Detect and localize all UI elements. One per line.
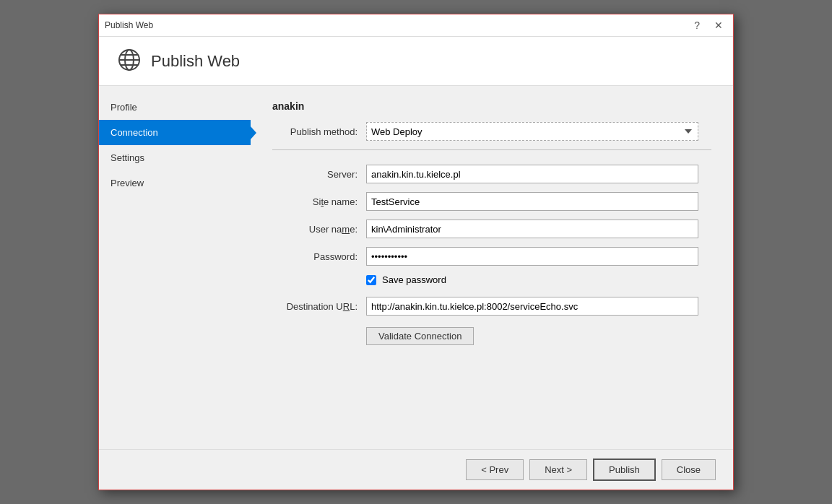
- site-name-input[interactable]: [366, 192, 698, 211]
- destination-url-row: Destination URL:: [272, 297, 711, 316]
- sidebar-label-settings: Settings: [110, 152, 144, 163]
- sidebar: Profile Connection Settings Preview: [99, 86, 251, 449]
- publish-method-row: Publish method: Web Deploy Web Deploy Pa…: [272, 122, 711, 141]
- dialog-header: Publish Web: [99, 37, 733, 86]
- sidebar-item-settings[interactable]: Settings: [99, 145, 251, 170]
- next-button[interactable]: Next >: [529, 459, 587, 480]
- password-row: Password:: [272, 247, 711, 266]
- sidebar-item-preview[interactable]: Preview: [99, 170, 251, 196]
- prev-button[interactable]: < Prev: [466, 459, 524, 480]
- server-row: Server:: [272, 165, 711, 183]
- server-input[interactable]: [366, 165, 698, 183]
- user-name-input[interactable]: [366, 220, 698, 238]
- publish-method-label: Publish method:: [272, 126, 366, 137]
- validate-connection-button[interactable]: Validate Connection: [366, 327, 474, 345]
- publish-web-dialog: Publish Web ? ✕ Publish Web Profile Co: [98, 14, 734, 490]
- server-label: Server:: [272, 169, 366, 180]
- destination-url-input[interactable]: [366, 297, 698, 316]
- sidebar-item-profile[interactable]: Profile: [99, 95, 251, 120]
- globe-icon: [116, 47, 142, 75]
- help-button[interactable]: ?: [690, 19, 704, 32]
- save-password-row: Save password: [272, 274, 711, 285]
- sidebar-label-connection: Connection: [110, 127, 158, 138]
- save-password-checkbox[interactable]: [366, 275, 376, 285]
- sidebar-item-connection[interactable]: Connection: [99, 120, 251, 145]
- sidebar-label-profile: Profile: [110, 102, 137, 113]
- header-title: Publish Web: [151, 52, 240, 71]
- password-label: Password:: [272, 251, 366, 262]
- site-name-row: Site name:: [272, 192, 711, 211]
- close-button-footer[interactable]: Close: [662, 459, 716, 480]
- validate-section: Validate Connection: [272, 327, 711, 345]
- user-name-label: User name:: [272, 224, 366, 235]
- site-name-label: Site name:: [272, 196, 366, 207]
- user-name-row: User name:: [272, 220, 711, 238]
- destination-url-label: Destination URL:: [272, 301, 366, 312]
- main-content: anakin Publish method: Web Deploy Web De…: [251, 86, 733, 449]
- dialog-footer: < Prev Next > Publish Close: [99, 449, 733, 490]
- password-input[interactable]: [366, 247, 698, 266]
- sidebar-label-preview: Preview: [110, 178, 144, 188]
- divider: [272, 149, 711, 150]
- dialog-title: Publish Web: [105, 20, 153, 30]
- title-bar: Publish Web ? ✕: [99, 14, 733, 37]
- section-title: anakin: [272, 100, 711, 112]
- dialog-body: Profile Connection Settings Preview anak…: [99, 86, 733, 449]
- close-button[interactable]: ✕: [710, 19, 727, 32]
- publish-button[interactable]: Publish: [593, 459, 656, 481]
- save-password-label[interactable]: Save password: [382, 274, 446, 285]
- publish-method-select[interactable]: Web Deploy Web Deploy Package FTP File S…: [366, 122, 698, 141]
- title-bar-controls: ? ✕: [690, 19, 727, 32]
